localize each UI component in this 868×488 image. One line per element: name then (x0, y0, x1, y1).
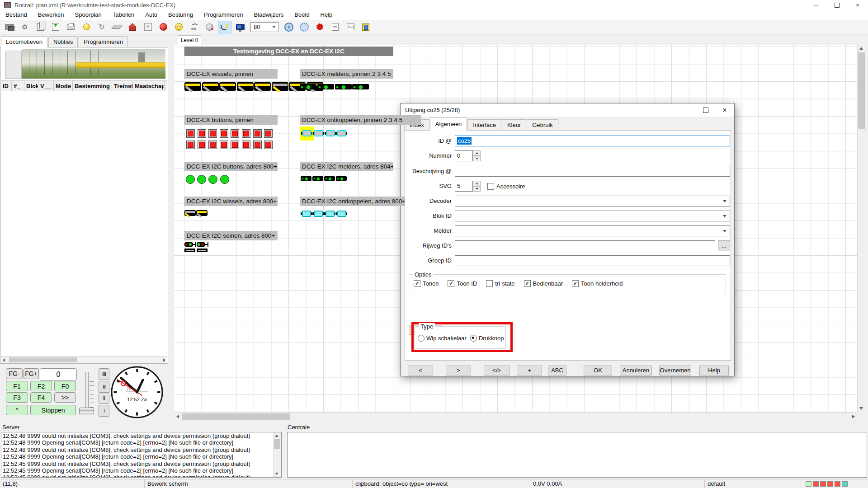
column-header-id[interactable]: ID (1, 81, 12, 91)
notes-icon[interactable] (328, 21, 342, 33)
menu-item-beeld[interactable]: Beeld (289, 10, 315, 20)
button-ok[interactable]: OK (584, 366, 612, 375)
column-header-maatschap[interactable]: Maatschap (133, 81, 165, 91)
edit-icon[interactable] (110, 21, 124, 33)
scroll-down-icon[interactable] (859, 407, 863, 410)
i2c-decoupler-symbol[interactable] (312, 211, 324, 217)
close-icon[interactable]: × (847, 0, 868, 10)
switch-symbol[interactable] (237, 82, 254, 91)
column-header-mode[interactable]: Mode (54, 81, 73, 91)
throttle-slider-handle[interactable] (79, 408, 94, 414)
nummer-spinner[interactable] (473, 150, 481, 161)
decoder-select[interactable] (455, 196, 730, 206)
panel-splitter[interactable] (168, 34, 174, 421)
menu-item-help[interactable]: Help (315, 10, 338, 20)
throttle-slider-track[interactable] (85, 372, 89, 413)
pushbutton-symbol[interactable] (231, 141, 239, 149)
i2c-sensor-symbol[interactable] (312, 176, 323, 181)
pushbutton-symbol[interactable] (242, 129, 250, 138)
scroll-up-icon[interactable] (275, 435, 278, 437)
sensor-symbol[interactable] (317, 84, 334, 89)
groep-id-input[interactable] (455, 255, 730, 266)
stop-icon[interactable] (156, 21, 170, 33)
pushbutton-symbol[interactable] (208, 129, 217, 138)
fast-forward-button[interactable]: >> (54, 392, 76, 403)
signal-symbol[interactable] (184, 242, 197, 254)
checkbox-tonen[interactable]: ✓Tonen (414, 280, 439, 287)
scroll-up-icon[interactable] (859, 47, 863, 50)
i2c-decoupler-symbol[interactable] (336, 211, 347, 217)
radio-drukknop[interactable]: Drukknop (470, 335, 504, 342)
scroll-down-icon[interactable] (275, 473, 278, 475)
nav-button-abc[interactable]: ABC (548, 366, 566, 375)
decoupler-symbol[interactable] (313, 130, 324, 136)
switch-symbol[interactable] (184, 82, 201, 91)
decoupler-symbol[interactable] (336, 130, 347, 136)
dialog-tab-kleur[interactable]: Kleur (502, 119, 526, 131)
blok-id-select[interactable] (455, 211, 730, 221)
pushbutton-symbol[interactable] (186, 129, 195, 138)
cards-icon[interactable] (344, 21, 357, 33)
menu-item-tabellen[interactable]: Tabellen (107, 10, 140, 20)
i2c-button-symbol[interactable] (186, 175, 195, 184)
i2c-decoupler-symbol[interactable] (324, 211, 335, 217)
alert-icon[interactable] (313, 21, 326, 33)
tab-programmeren[interactable]: Programmeren (79, 36, 128, 47)
pushbutton-symbol[interactable] (186, 141, 195, 149)
scroll-right-icon[interactable] (163, 358, 165, 362)
dialog-tab-interface[interactable]: Interface (467, 119, 501, 131)
switch-symbol[interactable] (219, 82, 236, 91)
dialog-maximize-icon[interactable] (696, 103, 715, 117)
decoupler-symbol[interactable] (325, 130, 336, 136)
decoupler-symbol-selected[interactable] (301, 130, 312, 136)
f2-button[interactable]: F2 (30, 381, 52, 391)
closex-icon[interactable]: × (141, 21, 155, 33)
i2c-sensor-symbol[interactable] (301, 176, 311, 181)
scrollbar-thumb[interactable] (274, 439, 280, 449)
nav-button-next[interactable]: > (446, 366, 471, 375)
rijweg-browse-button[interactable]: ... (718, 240, 730, 251)
dialog-minimize-icon[interactable] (677, 103, 696, 117)
beschrijving-input[interactable] (455, 166, 730, 177)
steps-button-iiii[interactable]: IIII (99, 368, 109, 380)
server-log[interactable]: 12:52:48 9999 could not initialize [COM3… (1, 432, 282, 478)
scrollbar-thumb[interactable] (858, 52, 865, 129)
print-icon[interactable] (64, 21, 78, 33)
pushbutton-symbol[interactable] (220, 129, 228, 138)
nummer-input[interactable]: 0 (455, 150, 473, 161)
dialog-close-icon[interactable]: × (715, 103, 734, 117)
fg-plus-button[interactable]: FG+ (24, 368, 39, 379)
i2c-sensor-symbol[interactable] (336, 176, 347, 181)
book-icon[interactable] (359, 21, 373, 33)
rijweg-ids-input[interactable] (455, 240, 715, 251)
wifi-icon[interactable] (187, 21, 201, 33)
checkbox-bedienbaar[interactable]: ✓Bedienbaar (524, 280, 563, 287)
tab-level-0[interactable]: Level 0 (178, 35, 201, 45)
steps-button-ii[interactable]: II (99, 392, 109, 404)
zoomin-icon[interactable]: + (282, 21, 296, 33)
server-log-scrollbar[interactable] (273, 433, 281, 477)
f4-button[interactable]: F4 (30, 392, 52, 403)
column-header-bestemming[interactable]: Bestemming (73, 81, 112, 91)
track-icon[interactable] (218, 21, 231, 33)
menu-item-bestand[interactable]: Bestand (0, 10, 33, 20)
melder-select[interactable] (455, 225, 730, 236)
dialog-tab-gebruik[interactable]: Gebruik (527, 119, 558, 131)
switch-symbol[interactable] (202, 82, 219, 91)
column-header-blok[interactable]: Blok (24, 81, 38, 91)
sensor-symbol[interactable] (335, 84, 352, 89)
button-help[interactable]: Help (699, 366, 729, 375)
f3-button[interactable]: F3 (6, 392, 28, 403)
pushbutton-symbol[interactable] (253, 129, 262, 138)
svg-input[interactable]: 5 (455, 181, 473, 192)
world-icon[interactable] (203, 21, 216, 33)
save-icon[interactable] (49, 21, 62, 33)
pushbutton-symbol[interactable] (220, 141, 228, 149)
checkbox-toon-helderheid[interactable]: ✓Toon helderheid (572, 280, 623, 287)
menu-item-bladwijzers[interactable]: Bladwijzers (249, 10, 289, 20)
button-annuleren[interactable]: Annuleren (620, 366, 652, 375)
pushbutton-symbol[interactable] (264, 141, 273, 149)
gears-icon[interactable]: ⚙ (18, 21, 32, 33)
nav-button-xml[interactable]: </> (484, 366, 509, 375)
fg-minus-button[interactable]: FG- (6, 368, 23, 379)
